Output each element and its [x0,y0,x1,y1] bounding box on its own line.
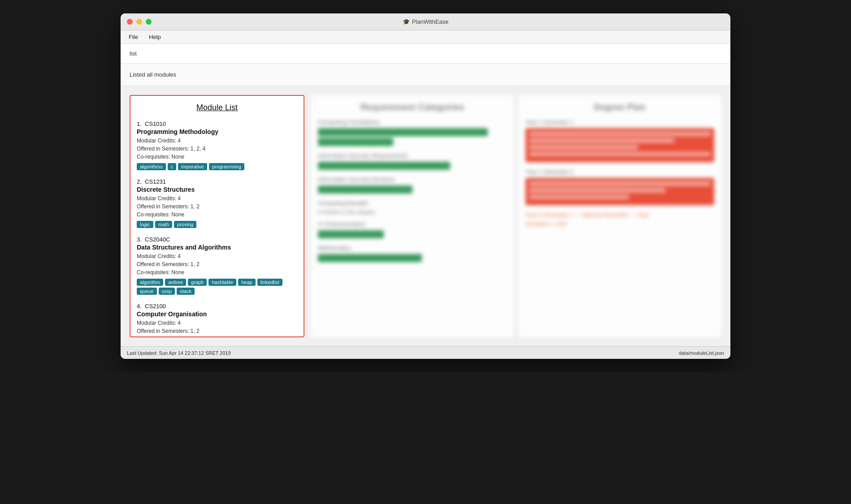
titlebar-title: 🎓 PlanWithEase [403,18,449,25]
tag-imperative: imperative [178,163,207,170]
menu-file[interactable]: File [127,33,140,41]
req-section-4: Computing Breadth 0 modules in this cate… [318,200,507,215]
tag-sssp: sssp [159,288,175,295]
module-item-2: 2. CS1231 Discrete Structures Modular Cr… [137,178,297,228]
app-title: PlanWithEase [412,18,449,25]
module-item-4: 4. CS2100 Computer Organisation Modular … [137,303,297,335]
module-list-title: Module List [130,96,304,117]
tag-c: c [168,163,177,170]
module-item-3: 3. CS2040C Data Structures and Algorithm… [137,236,297,295]
green-bar-1 [318,128,488,136]
green-bar-3 [318,162,450,170]
module-1-code: 1. CS1010 [137,121,297,127]
infobar-text: Listed all modules [130,71,176,78]
module-2-semesters: Offered in Semesters: 1, 2 [137,202,297,211]
tag-algorithms: algorithms [137,163,166,170]
tag-programming: programming [209,163,244,170]
module-1-semesters: Offered in Semesters: 1, 2, 4 [137,145,297,153]
tag-algorithm: algorithm [137,279,163,286]
module-3-name: Data Structures and Algorithms [137,244,297,251]
tag-linkedlist: linkedlist [257,279,282,286]
req-section-5: IT Professionalism [318,221,507,238]
module-list-scroll[interactable]: 1. CS1010 Programming Methodology Modula… [130,117,304,336]
module-2-name: Discrete Structures [137,186,297,193]
command-text: list [130,50,137,57]
year1-sem1: Year 1 Semester 1 [525,119,714,162]
green-bar-2 [318,138,393,146]
module-1-coreqs: Co-requisites: None [137,153,297,161]
tag-queue: queue [137,288,157,295]
infobar: Listed all modules [121,64,730,86]
module-3-credits: Modular Credits: 4 [137,252,297,260]
tag-hashtable: hashtable [208,279,236,286]
module-4-semesters: Offered in Semesters: 1, 2 [137,327,297,335]
req-section-1: Computing Foundations [318,119,507,146]
degree-plan-title: Degree Plan [525,102,714,112]
tag-heap: heap [238,279,255,286]
close-button[interactable] [127,19,133,25]
module-1-name: Programming Methodology [137,128,297,135]
module-2-tags: logic math proving [137,221,297,228]
statusbar: Last Updated: Sun Apr 14 22:37:12 SRET 2… [121,346,730,359]
tag-math: math [155,221,172,228]
statusbar-left: Last Updated: Sun Apr 14 22:37:12 SRET 2… [127,350,231,356]
req-section-3: Information Security Electives [318,176,507,194]
module-1-credits: Modular Credits: 4 [137,137,297,145]
main-content: Module List 1. CS1010 Programming Method… [121,86,730,346]
module-4-credits: Modular Credits: 4 [137,319,297,327]
tag-logic: logic [137,221,153,228]
degree-plan-panel: Degree Plan Year 1 Semester 1 Year 1 Sem… [518,95,721,337]
orange-text: Semester 1, 4/04 [525,221,714,227]
module-1-tags: algorithms c imperative programming [137,163,297,170]
green-bar-6 [318,254,422,262]
module-4-name: Computer Organisation [137,310,297,318]
req-section-6: Mathematics [318,245,507,262]
module-2-coreqs: Co-requisites: None [137,211,297,219]
titlebar: 🎓 PlanWithEase [121,13,730,30]
statusbar-right: data/moduleList.json [679,350,724,356]
module-2-code: 2. CS1231 [137,178,297,185]
tag-proving: proving [174,221,196,228]
green-bar-5 [318,230,384,238]
green-bar-4 [318,185,412,194]
maximize-button[interactable] [146,19,152,25]
module-3-semesters: Offered in Semesters: 1, 2 [137,260,297,268]
mortarboard-icon: 🎓 [403,18,410,25]
requirement-categories-panel: Requirement Categories Computing Foundat… [311,95,514,337]
tag-stack: stack [177,288,195,295]
commandbar: list [121,44,730,64]
minimize-button[interactable] [136,19,142,25]
module-3-coreqs: Co-requisites: None [137,268,297,276]
year2-sem1-special: Year 2 Semester 1 — Special Semester — Y… [525,211,714,227]
menu-help[interactable]: Help [147,33,163,41]
menubar: File Help [121,30,730,44]
module-list-panel: Module List 1. CS1010 Programming Method… [130,95,304,337]
tag-graph: graph [188,279,207,286]
req-categories-title: Requirement Categories [318,102,507,112]
module-3-tags: algorithm avltree graph hashtable heap l… [137,279,297,295]
req-section-2: Information Security Requirements [318,152,507,170]
module-item-1: 1. CS1010 Programming Methodology Modula… [137,121,297,170]
module-4-code: 4. CS2100 [137,303,297,310]
year1-sem2: Year 1 Semester 2 [525,168,714,205]
module-2-credits: Modular Credits: 4 [137,194,297,202]
tag-avltree: avltree [165,279,186,286]
module-3-code: 3. CS2040C [137,236,297,243]
titlebar-buttons [127,19,152,25]
main-window: 🎓 PlanWithEase File Help list Listed all… [121,13,730,359]
